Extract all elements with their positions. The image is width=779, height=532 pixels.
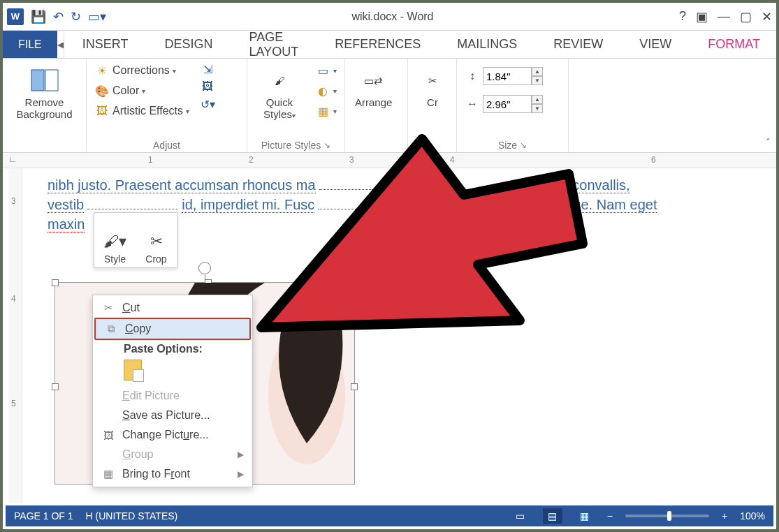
- height-up[interactable]: ▲: [532, 67, 543, 76]
- compress-pictures-icon[interactable]: ⇲: [200, 61, 215, 77]
- change-picture-ctx-icon: 🖼: [101, 429, 115, 441]
- crop-button[interactable]: ✂ Cr: [414, 61, 451, 108]
- height-icon: ↕: [465, 68, 480, 84]
- color-icon: 🎨: [94, 83, 110, 98]
- cut-icon: ✂: [101, 302, 115, 314]
- annotation-arrow: [240, 125, 604, 383]
- copy-icon: ⧉: [104, 323, 118, 335]
- remove-background-button[interactable]: Remove Background: [8, 61, 80, 120]
- title-bar: W 💾 ↶ ↻ ▭▾ wiki.docx - Word ? ▣ — ▢ ✕: [3, 3, 776, 31]
- arrange-icon: ▭⇄: [359, 66, 388, 95]
- picture-border-icon: ▭: [315, 63, 330, 78]
- tab-design[interactable]: DESIGN: [146, 31, 231, 58]
- crop-icon: ✂: [418, 66, 447, 95]
- tab-format[interactable]: FORMAT: [690, 31, 778, 58]
- picture-effects-button[interactable]: ◐▾: [313, 82, 339, 100]
- web-layout-icon[interactable]: ▦: [575, 508, 595, 524]
- tab-mailings[interactable]: MAILINGS: [439, 31, 535, 58]
- language-indicator[interactable]: H (UNITED STATES): [86, 510, 178, 522]
- height-down[interactable]: ▼: [532, 76, 543, 85]
- width-up[interactable]: ▲: [532, 95, 543, 104]
- svg-rect-1: [45, 70, 58, 91]
- status-bar: PAGE 1 OF 1 H (UNITED STATES) ▭ ▤ ▦ − + …: [6, 505, 773, 526]
- window-title: wiki.docx - Word: [106, 10, 679, 23]
- ctx-group: Group▶: [93, 445, 252, 464]
- svg-rect-0: [31, 70, 44, 91]
- zoom-out-button[interactable]: −: [607, 510, 613, 522]
- maximize-icon[interactable]: ▢: [740, 9, 752, 24]
- picture-layout-button[interactable]: ▦▾: [313, 102, 339, 120]
- tab-review[interactable]: REVIEW: [535, 31, 621, 58]
- remove-background-icon: [30, 66, 59, 95]
- change-picture-icon[interactable]: 🖼: [200, 79, 215, 94]
- group-adjust-label: Adjust: [92, 138, 241, 151]
- reset-picture-icon[interactable]: ↺▾: [200, 96, 215, 112]
- crop-mini-icon: ✂: [150, 232, 163, 251]
- help-icon[interactable]: ?: [679, 9, 686, 24]
- page-indicator[interactable]: PAGE 1 OF 1: [14, 510, 73, 522]
- paste-option-icon[interactable]: [124, 360, 142, 380]
- customize-qat-icon[interactable]: ▭▾: [88, 9, 106, 24]
- height-input[interactable]: ▲▼: [483, 67, 543, 85]
- submenu-arrow-icon: ▶: [238, 469, 244, 479]
- ctx-change-picture[interactable]: 🖼Change Picture...: [93, 425, 252, 445]
- style-icon: 🖌▾: [103, 232, 126, 251]
- ctx-save-as-picture[interactable]: Save as Picture...: [93, 406, 252, 425]
- close-icon[interactable]: ✕: [762, 9, 772, 24]
- zoom-slider[interactable]: [625, 515, 709, 517]
- artistic-effects-button[interactable]: 🖼Artistic Effects▾: [92, 102, 191, 120]
- ctx-cut[interactable]: ✂Cut: [93, 298, 252, 318]
- width-down[interactable]: ▼: [532, 104, 543, 113]
- width-input[interactable]: ▲▼: [483, 95, 543, 113]
- minimize-icon[interactable]: —: [718, 9, 730, 24]
- ctx-copy[interactable]: ⧉Copy: [94, 318, 251, 340]
- mini-style-button[interactable]: 🖌▾ Style: [94, 213, 136, 267]
- mini-toolbar: 🖌▾ Style ✂ Crop: [94, 212, 177, 268]
- rotate-handle[interactable]: [198, 262, 211, 274]
- ctx-edit-picture: Edit Picture: [93, 386, 252, 406]
- context-menu: ✂Cut ⧉Copy Paste Options: Edit Picture S…: [92, 295, 253, 487]
- corrections-button[interactable]: ☀Corrections▾: [92, 61, 191, 80]
- submenu-arrow-icon: ▶: [238, 450, 244, 459]
- undo-icon[interactable]: ↶: [53, 9, 64, 24]
- redo-icon[interactable]: ↻: [71, 9, 81, 24]
- mini-crop-button[interactable]: ✂ Crop: [136, 213, 177, 267]
- width-icon: ↔: [465, 96, 480, 112]
- arrange-button[interactable]: ▭⇄ Arrange: [351, 61, 396, 108]
- ctx-bring-to-front[interactable]: ▦Bring to Front▶: [93, 464, 252, 484]
- tab-view[interactable]: VIEW: [621, 31, 690, 58]
- picture-layout-icon: ▦: [315, 103, 330, 119]
- zoom-in-button[interactable]: +: [722, 510, 727, 522]
- tab-page-layout[interactable]: PAGE LAYOUT: [231, 31, 317, 58]
- bring-front-icon: ▦: [101, 468, 115, 480]
- picture-border-button[interactable]: ▭▾: [313, 61, 339, 80]
- tab-insert[interactable]: INSERT: [64, 31, 147, 58]
- tab-references[interactable]: REFERENCES: [316, 31, 439, 58]
- collapse-ribbon-icon[interactable]: ˄: [766, 137, 771, 148]
- ribbon-display-icon[interactable]: ▣: [696, 9, 708, 24]
- word-app-icon: W: [7, 8, 24, 25]
- artistic-effects-icon: 🖼: [94, 103, 110, 119]
- remove-background-label: Remove Background: [13, 96, 76, 120]
- paste-options-label: Paste Options:: [93, 340, 252, 357]
- quick-styles-icon: 🖌: [265, 66, 294, 95]
- vertical-ruler[interactable]: 3 4 5: [8, 168, 22, 503]
- print-layout-icon[interactable]: ▤: [543, 508, 562, 524]
- save-icon[interactable]: 💾: [31, 9, 46, 24]
- quick-styles-button[interactable]: 🖌 Quick Styles▾: [253, 61, 306, 121]
- ribbon-tabs: FILE ◀ INSERT DESIGN PAGE LAYOUT REFEREN…: [3, 31, 776, 59]
- read-mode-icon[interactable]: ▭: [511, 508, 530, 524]
- tabs-scroll-left[interactable]: ◀: [57, 31, 64, 58]
- picture-effects-icon: ◐: [315, 83, 330, 98]
- tab-file[interactable]: FILE: [3, 31, 57, 58]
- zoom-level[interactable]: 100%: [740, 510, 765, 522]
- corrections-icon: ☀: [94, 63, 110, 78]
- color-button[interactable]: 🎨Color▾: [92, 82, 191, 100]
